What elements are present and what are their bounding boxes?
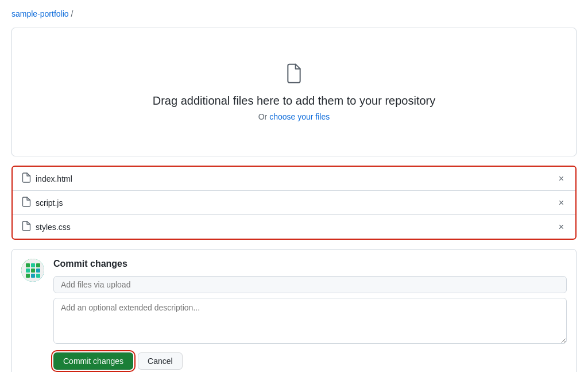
cancel-button[interactable]: Cancel: [138, 352, 183, 370]
choose-files-link[interactable]: choose your files: [269, 112, 330, 121]
commit-changes-button[interactable]: Commit changes: [53, 352, 133, 370]
file-remove-button[interactable]: ×: [556, 174, 566, 183]
list-item: script.js ×: [13, 191, 575, 215]
file-name: index.html: [36, 174, 72, 183]
commit-actions: Commit changes Cancel: [53, 352, 567, 370]
repo-link[interactable]: sample-portfolio: [11, 9, 69, 18]
svg-rect-1: [26, 263, 30, 267]
file-item-left: index.html: [22, 172, 72, 185]
svg-rect-2: [31, 263, 35, 267]
list-item: index.html ×: [13, 167, 575, 191]
file-icon: [22, 172, 31, 185]
file-remove-button[interactable]: ×: [556, 198, 566, 208]
commit-description-textarea[interactable]: [53, 298, 567, 344]
file-remove-button[interactable]: ×: [556, 223, 566, 232]
svg-rect-5: [31, 269, 35, 273]
breadcrumb-separator: /: [69, 9, 74, 18]
svg-rect-7: [26, 274, 30, 278]
commit-form: Commit changes Commit changes Cancel: [53, 259, 567, 370]
svg-rect-6: [36, 269, 40, 273]
file-item-left: script.js: [22, 197, 63, 209]
file-icon: [22, 197, 31, 209]
file-name: script.js: [36, 198, 63, 208]
avatar: [21, 259, 44, 282]
drop-zone-heading: Drag additional files here to add them t…: [24, 94, 564, 108]
svg-rect-9: [36, 274, 40, 278]
file-name: styles.css: [36, 223, 71, 232]
upload-file-icon: [24, 63, 564, 87]
file-item-left: styles.css: [22, 221, 71, 233]
or-text: Or: [258, 112, 268, 121]
file-list: index.html × script.js ×: [11, 166, 577, 240]
commit-message-input[interactable]: [53, 276, 567, 293]
drop-zone[interactable]: Drag additional files here to add them t…: [11, 28, 577, 156]
svg-rect-3: [36, 263, 40, 267]
commit-section: Commit changes Commit changes Cancel: [11, 249, 577, 372]
svg-rect-4: [26, 269, 30, 273]
file-icon: [22, 221, 31, 233]
list-item: styles.css ×: [13, 215, 575, 239]
svg-rect-8: [31, 274, 35, 278]
commit-section-title: Commit changes: [53, 259, 567, 269]
breadcrumb: sample-portfolio /: [11, 9, 577, 18]
